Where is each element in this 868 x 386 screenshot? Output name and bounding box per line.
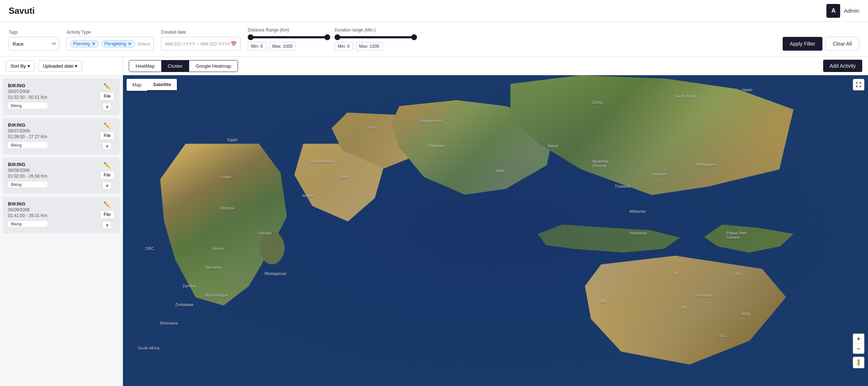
activity-stats: 01:41:00 - 39.01 Km [8,213,47,218]
distance-thumb-right[interactable] [324,34,330,40]
map-zoom-controls: + − [853,334,864,354]
file-button[interactable]: File [100,131,115,140]
duration-range-filter-group: Duration range (Min.) Min: 0 Max: 1000 [335,27,414,51]
duration-thumb-left[interactable] [335,34,340,40]
created-date-input[interactable]: MM-DD-YYYY ~ MM-DD-YYYY 📅 [161,37,241,51]
map-label-zimbabwe: Zimbabwe [175,302,193,307]
date-placeholder: MM-DD-YYYY ~ MM-DD-YYYY [165,41,231,47]
paragliding-chip[interactable]: Paragliding ✕ [101,40,135,47]
clear-all-button[interactable]: Clear All [825,37,859,51]
paragliding-chip-close[interactable]: ✕ [128,41,132,46]
paragliding-chip-label: Paragliding [105,41,126,46]
duration-thumb-right[interactable] [411,34,417,40]
expand-button[interactable]: ∨ [102,182,112,190]
png-landmass [704,225,793,256]
app-logo: Savuti [9,6,35,16]
activity-stats: 01:09:00 - 27.27 Km [8,134,47,139]
map-view-satellite-button[interactable]: Satellite [147,79,177,91]
user-avatar: A [826,4,840,18]
edit-icon-button[interactable]: ✏️ [103,83,111,90]
map-label-south-africa: South Africa [138,346,159,350]
tags-filter-group: Tags Race Trail Road [9,30,59,51]
duration-slider-track[interactable] [335,36,414,38]
activity-card[interactable]: BIKING 06/08/2006 01:02:00 - 26.58 Km Bi… [3,157,120,194]
map-zoom-in-button[interactable]: + [853,334,864,344]
expand-button[interactable]: ∨ [102,221,112,229]
activity-card[interactable]: BIKING 06/07/2006 01:09:00 - 27.27 Km Bi… [3,118,120,154]
activity-card-info: BIKING 06/09/2006 01:41:00 - 39.01 Km Bi… [8,201,47,227]
distance-range-label: Distance Range (Km) [248,27,327,33]
activity-card-actions: ✏️ File ∨ [100,122,115,150]
sort-date-button[interactable]: Uploaded date ▾ [38,60,82,72]
activity-card[interactable]: BIKING 06/07/2006 01:52:00 - 50.51 Km Bi… [3,79,120,115]
activity-date: 06/08/2006 [8,168,47,173]
distance-min: Min: 0 [248,42,266,51]
map-toolbar: HeatMap Cluster Google Heatmap Add Activ… [123,57,868,75]
sidebar-toolbar: Sort By ▾ Uploaded date ▾ [0,57,123,76]
activity-card-info: BIKING 06/08/2006 01:02:00 - 26.58 Km Bi… [8,162,47,187]
expand-button[interactable]: ∨ [102,142,112,150]
activity-type-label: Activity Type [67,30,154,35]
file-button[interactable]: File [100,92,115,101]
user-profile: A Admin [826,4,859,18]
map-tabs: HeatMap Cluster Google Heatmap [129,60,238,72]
map-label-madagascar: Madagascar [264,271,286,276]
tab-heatmap[interactable]: HeatMap [129,60,161,72]
activity-card[interactable]: BIKING 06/09/2006 01:41:00 - 39.01 Km Bi… [3,197,120,233]
map-label-drc: DRC [145,246,154,251]
edit-icon-button[interactable]: ✏️ [103,162,111,169]
activity-title: BIKING [8,83,47,88]
apply-filter-button[interactable]: Apply Filter [783,37,822,51]
tags-select[interactable]: Race Trail Road [9,37,59,51]
activity-date: 06/07/2006 [8,89,47,94]
activity-badge: Biking [8,103,47,109]
africa-landmass [160,144,287,305]
planning-chip-close[interactable]: ✕ [92,41,96,46]
map-streetview-button[interactable]: 🧍 [853,357,864,368]
activity-date: 06/07/2006 [8,128,47,133]
activity-badge: Biking [8,142,47,148]
activity-card-info: BIKING 06/07/2006 01:09:00 - 27.27 Km Bi… [8,122,47,148]
activity-badge: Biking [8,182,47,187]
map-view-map-button[interactable]: Map [127,79,147,91]
activity-type-box[interactable]: Planning ✕ Paragliding ✕ Select [67,37,154,51]
calendar-icon: 📅 [231,41,237,47]
sort-date-label: Uploaded date [43,63,74,69]
file-button[interactable]: File [100,210,115,219]
australia-landmass [585,256,786,365]
sidebar: Sort By ▾ Uploaded date ▾ BIKING 06/07/2… [0,57,123,386]
sort-chevron-icon: ▾ [27,63,30,69]
activity-card-actions: ✏️ File ∨ [100,201,115,229]
tab-cluster[interactable]: Cluster [161,60,189,72]
distance-max: Max: 1000 [269,42,296,51]
file-button[interactable]: File [100,171,115,179]
map-view-toggle: Map Satellite [127,79,177,91]
activity-date: 06/09/2006 [8,207,47,212]
map-container[interactable]: China South Korea Japan Afghanistan Paki… [123,75,868,386]
sort-by-button[interactable]: Sort By ▾ [6,60,35,72]
activity-badge: Biking [8,221,47,227]
sort-date-chevron-icon: ▾ [75,63,77,69]
activity-card-actions: ✏️ File ∨ [100,162,115,190]
distance-slider-track[interactable] [248,36,327,38]
activity-type-placeholder: Select [137,41,150,47]
map-label-botswana: Botswana [160,321,178,325]
distance-thumb-left[interactable] [248,34,254,40]
map-zoom-out-button[interactable]: − [853,344,864,354]
add-activity-button[interactable]: Add Activity [823,60,862,72]
expand-button[interactable]: ∨ [102,103,112,111]
edit-icon-button[interactable]: ✏️ [103,201,111,208]
tab-google-heatmap[interactable]: Google Heatmap [189,60,238,72]
distance-range-filter-group: Distance Range (Km) Min: 0 Max: 1000 [248,27,327,51]
created-date-filter-group: Created date MM-DD-YYYY ~ MM-DD-YYYY 📅 [161,30,241,51]
activity-title: BIKING [8,122,47,128]
activity-title: BIKING [8,201,47,207]
activity-stats: 01:52:00 - 50.51 Km [8,95,47,100]
duration-max: Max: 1000 [356,42,383,51]
activity-title: BIKING [8,162,47,167]
map-label-malaysia: Malaysia [630,209,645,213]
edit-icon-button[interactable]: ✏️ [103,122,111,129]
map-expand-button[interactable] [853,79,864,90]
filter-actions: Apply Filter Clear All [783,37,859,51]
planning-chip[interactable]: Planning ✕ [70,40,99,47]
